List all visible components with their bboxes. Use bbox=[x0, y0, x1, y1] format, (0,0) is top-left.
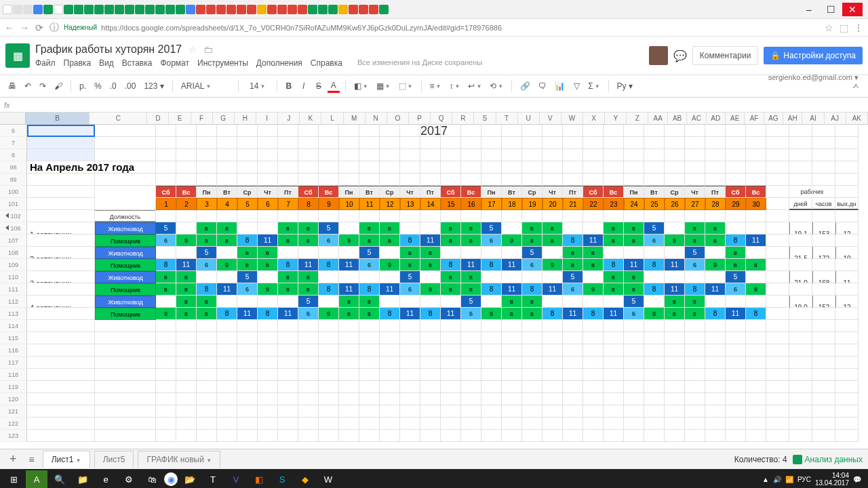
filter-button[interactable]: ▽ bbox=[570, 80, 583, 92]
row-header[interactable]: 123 bbox=[0, 430, 27, 442]
forward-button[interactable]: → bbox=[19, 22, 30, 33]
task-icon[interactable]: ◉ bbox=[164, 472, 178, 486]
col-header[interactable]: E bbox=[169, 113, 191, 125]
sheet-tab[interactable]: Лист5 bbox=[94, 451, 134, 468]
col-header[interactable]: R bbox=[452, 113, 474, 125]
row-header[interactable]: 109 bbox=[0, 259, 27, 271]
all-sheets-button[interactable]: ≡ bbox=[25, 454, 39, 465]
redo-icon[interactable]: ↷ bbox=[37, 80, 49, 92]
row-header[interactable]: 113 bbox=[0, 308, 27, 320]
functions-button[interactable]: Σ▼ bbox=[585, 80, 602, 92]
start-button[interactable]: ⊞ bbox=[3, 470, 24, 488]
col-header[interactable]: AI bbox=[802, 113, 824, 125]
col-header[interactable]: J bbox=[278, 113, 300, 125]
row-header[interactable]: 106 bbox=[0, 222, 27, 235]
col-header[interactable]: AH bbox=[783, 113, 802, 125]
minimize-button[interactable]: – bbox=[799, 3, 819, 16]
folder-icon[interactable]: 🗀 bbox=[203, 44, 213, 55]
task-icon[interactable]: S bbox=[271, 470, 293, 488]
menu-tools[interactable]: Инструменты bbox=[197, 58, 248, 68]
col-header[interactable]: AF bbox=[745, 113, 764, 125]
col-header[interactable]: Q bbox=[431, 113, 452, 125]
row-header[interactable]: 116 bbox=[0, 344, 27, 357]
col-header[interactable]: AD bbox=[707, 113, 726, 125]
row-header[interactable]: 100 bbox=[0, 186, 27, 198]
col-header[interactable]: AE bbox=[726, 113, 745, 125]
row-header[interactable]: 6 bbox=[0, 125, 27, 137]
menu-addons[interactable]: Дополнения bbox=[256, 58, 302, 68]
row-header[interactable]: 111 bbox=[0, 283, 27, 296]
row-header[interactable]: 117 bbox=[0, 357, 27, 369]
address-bar[interactable]: ⓘ Надежный https://docs.google.com/sprea… bbox=[49, 22, 819, 33]
row-header[interactable]: 107 bbox=[0, 235, 27, 247]
row-header[interactable]: 112 bbox=[0, 296, 27, 308]
sheet-tab-active[interactable]: Лист1 ▼ bbox=[43, 451, 90, 468]
menu-format[interactable]: Формат bbox=[160, 58, 189, 68]
row-header[interactable]: 115 bbox=[0, 332, 27, 344]
font-select[interactable]: ARIAL▼ bbox=[178, 80, 233, 92]
col-header[interactable]: D bbox=[147, 113, 169, 125]
row-header[interactable]: 99 bbox=[0, 174, 27, 186]
row-header[interactable]: 114 bbox=[0, 320, 27, 332]
doc-title[interactable]: График работы хуторян 2017 bbox=[35, 43, 182, 56]
menu-insert[interactable]: Вставка bbox=[122, 58, 153, 68]
col-header[interactable]: S bbox=[474, 113, 496, 125]
col-header[interactable]: W bbox=[561, 113, 583, 125]
dec0-button[interactable]: .0 bbox=[107, 80, 119, 92]
col-header[interactable]: AK bbox=[846, 113, 868, 125]
maximize-button[interactable]: ☐ bbox=[821, 3, 841, 16]
row-header[interactable]: 122 bbox=[0, 418, 27, 430]
dec00-button[interactable]: .00 bbox=[122, 80, 139, 92]
menu-edit[interactable]: Правка bbox=[64, 58, 92, 68]
col-header[interactable]: AC bbox=[687, 113, 706, 125]
fill-button[interactable]: ◧▼ bbox=[351, 80, 371, 92]
col-header[interactable]: X bbox=[583, 113, 605, 125]
col-header[interactable]: V bbox=[540, 113, 561, 125]
fmt-button[interactable]: 123 ▾ bbox=[141, 80, 166, 92]
sheets-logo-icon[interactable]: ▦ bbox=[5, 43, 30, 68]
input-lang[interactable]: Ру ▾ bbox=[614, 80, 635, 92]
italic-button[interactable]: I bbox=[298, 80, 310, 92]
row-header[interactable]: 120 bbox=[0, 393, 27, 405]
sheet-tab[interactable]: ГРАФИК новый ▼ bbox=[138, 451, 220, 468]
star-doc-icon[interactable]: ☆ bbox=[189, 45, 197, 55]
row-header[interactable]: 7 bbox=[0, 137, 27, 149]
chat-icon[interactable]: 💬 bbox=[673, 49, 687, 62]
col-header[interactable]: M bbox=[344, 113, 366, 125]
row-header[interactable]: 108 bbox=[0, 247, 27, 259]
row-header[interactable]: 110 bbox=[0, 271, 27, 283]
col-header[interactable]: O bbox=[387, 113, 409, 125]
row-header[interactable]: 8 bbox=[0, 149, 27, 161]
currency-button[interactable]: р. bbox=[77, 80, 89, 92]
col-header[interactable]: N bbox=[366, 113, 387, 125]
task-icon[interactable]: ⚙ bbox=[118, 470, 140, 488]
col-header[interactable]: P bbox=[409, 113, 431, 125]
selection-count[interactable]: Количество: 4 bbox=[734, 455, 787, 464]
merge-button[interactable]: ⬚▼ bbox=[396, 80, 416, 92]
row-header[interactable]: 121 bbox=[0, 405, 27, 418]
task-icon[interactable]: e bbox=[95, 470, 117, 488]
wrap-button[interactable]: ↩▼ bbox=[465, 80, 484, 92]
link-button[interactable]: 🔗 bbox=[517, 80, 533, 92]
print-icon[interactable]: 🖶 bbox=[5, 80, 19, 92]
formula-bar[interactable]: fx bbox=[0, 98, 868, 113]
halign-button[interactable]: ≡▼ bbox=[427, 80, 444, 92]
task-icon[interactable]: V bbox=[225, 470, 247, 488]
chart-button[interactable]: 📊 bbox=[552, 80, 568, 92]
task-icon[interactable]: W bbox=[317, 470, 339, 488]
row-header[interactable]: 102 bbox=[0, 210, 27, 222]
row-header[interactable]: 101 bbox=[0, 198, 27, 210]
analyze-button[interactable]: Анализ данных bbox=[793, 455, 863, 464]
menu-view[interactable]: Вид bbox=[99, 58, 114, 68]
rotate-button[interactable]: ⟲▼ bbox=[487, 80, 506, 92]
task-icon[interactable]: 📂 bbox=[179, 470, 201, 488]
col-header[interactable]: AG bbox=[764, 113, 783, 125]
task-icon[interactable]: ◧ bbox=[248, 470, 270, 488]
borders-button[interactable]: ▦▼ bbox=[374, 80, 393, 92]
paint-icon[interactable]: 🖌 bbox=[52, 80, 65, 92]
star-icon[interactable]: ☆ bbox=[823, 22, 834, 33]
comment-button[interactable]: 🗨 bbox=[536, 80, 549, 92]
col-header[interactable]: L bbox=[321, 113, 343, 125]
col-header[interactable]: G bbox=[213, 113, 235, 125]
valign-button[interactable]: ↕▼ bbox=[446, 80, 462, 92]
